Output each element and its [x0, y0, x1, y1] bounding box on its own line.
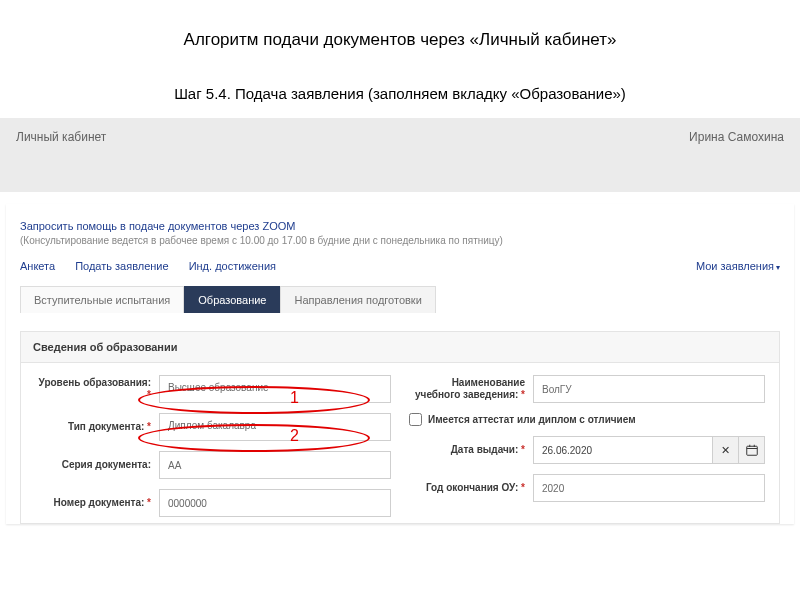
- zoom-help-note: (Консультирование ведется в рабочее врем…: [20, 235, 780, 246]
- label-grad-year: Год окончания ОУ: *: [409, 482, 525, 494]
- section-header: Сведения об образовании: [21, 332, 779, 363]
- tab-submit-application[interactable]: Подать заявление: [75, 260, 168, 272]
- content-panel: Запросить помощь в подаче документов чер…: [6, 204, 794, 524]
- label-honors: Имеется аттестат или диплом с отличием: [428, 414, 636, 425]
- input-doc-number[interactable]: [159, 489, 391, 517]
- input-grad-year[interactable]: [533, 474, 765, 502]
- zoom-help-link[interactable]: Запросить помощь в подаче документов чер…: [20, 220, 780, 232]
- checkbox-honors[interactable]: [409, 413, 422, 426]
- input-school-name[interactable]: [533, 375, 765, 403]
- clear-date-button[interactable]: ✕: [713, 436, 739, 464]
- label-education-level: Уровень образования: *: [35, 377, 151, 401]
- subtab-directions[interactable]: Направления подготовки: [280, 286, 435, 313]
- sub-tabs-row: Вступительные испытания Образование Напр…: [20, 286, 780, 313]
- label-school-name: Наименование учебного заведения: *: [409, 377, 525, 401]
- svg-rect-0: [746, 446, 757, 455]
- form-column-left: Уровень образования: * Высшее образовани…: [35, 375, 391, 517]
- my-applications-dropdown[interactable]: Мои заявления: [696, 260, 780, 272]
- app-top-bar: Личный кабинет Ирина Самохина: [0, 118, 800, 156]
- subtab-education[interactable]: Образование: [184, 286, 280, 313]
- main-tabs-row: Анкета Подать заявление Инд. достижения …: [20, 260, 780, 272]
- input-doc-series[interactable]: [159, 451, 391, 479]
- select-doc-type[interactable]: Диплом бакалавра: [159, 413, 391, 441]
- input-issue-date[interactable]: [533, 436, 713, 464]
- label-doc-number: Номер документа: *: [35, 497, 151, 509]
- tab-ind-achievements[interactable]: Инд. достижения: [189, 260, 276, 272]
- honors-check-row: Имеется аттестат или диплом с отличием: [409, 413, 765, 426]
- select-education-level[interactable]: Высшее образование: [159, 375, 391, 403]
- slide-subtitle: Шаг 5.4. Подача заявления (заполняем вкл…: [0, 85, 800, 102]
- slide-title: Алгоритм подачи документов через «Личный…: [0, 30, 800, 50]
- label-doc-type: Тип документа: *: [35, 421, 151, 433]
- label-issue-date: Дата выдачи: *: [409, 444, 525, 456]
- education-section: Сведения об образовании Уровень образова…: [20, 331, 780, 524]
- subtab-entrance-exams[interactable]: Вступительные испытания: [20, 286, 184, 313]
- calendar-icon[interactable]: [739, 436, 765, 464]
- user-name[interactable]: Ирина Самохина: [689, 130, 784, 144]
- gray-band: [0, 156, 800, 192]
- form-column-right: Наименование учебного заведения: * Имеет…: [409, 375, 765, 517]
- tab-anketa[interactable]: Анкета: [20, 260, 55, 272]
- label-doc-series: Серия документа:: [35, 459, 151, 471]
- brand-label[interactable]: Личный кабинет: [16, 130, 106, 144]
